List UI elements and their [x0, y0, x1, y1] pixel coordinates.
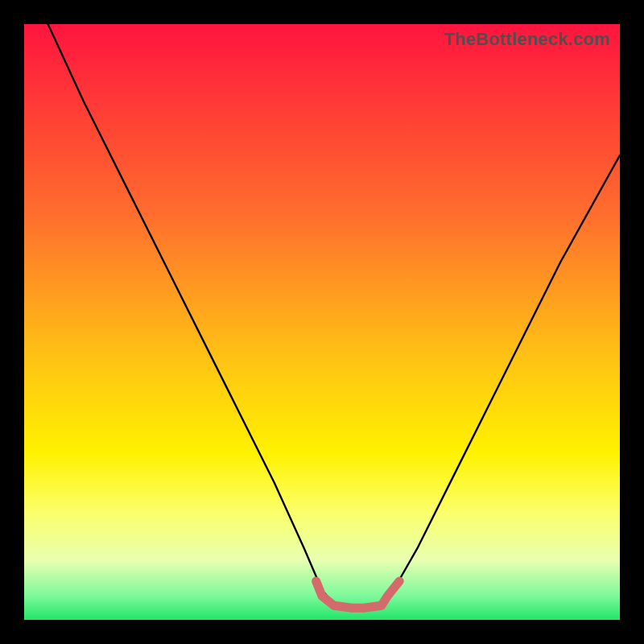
highlight-flat-path	[316, 581, 400, 608]
plot-area: TheBottleneck.com	[24, 24, 620, 620]
bottleneck-curve-path	[48, 24, 620, 607]
chart-frame: TheBottleneck.com	[0, 0, 644, 644]
chart-svg	[24, 24, 620, 620]
